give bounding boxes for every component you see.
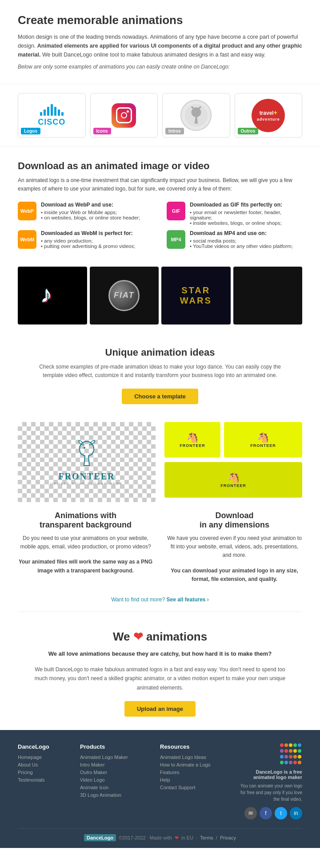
thumb-fiat[interactable]: FIAT: [90, 267, 159, 324]
love-section: We ❤ animations We all love animations b…: [0, 612, 320, 730]
footer-terms-link[interactable]: Terms: [200, 835, 213, 840]
cisco-logo-text: CISCO: [38, 118, 65, 127]
footer-col-dancelogo-title: DanceLogo: [18, 743, 71, 750]
fronteer-slogan: UPDATE YOUR SLOGAN HERE: [50, 482, 123, 486]
facebook-icon[interactable]: f: [260, 807, 272, 819]
footer-col-products-title: Products: [80, 743, 151, 750]
anim-small-right-top: 🐴 FRONTEER: [224, 422, 302, 458]
footer-link-animate-icon[interactable]: Animate Icon: [80, 785, 151, 790]
footer-link-aboutus[interactable]: About Us: [18, 762, 71, 767]
unique-section: Unique animation ideas Check some exampl…: [0, 333, 320, 409]
anim-right-top: 🐴 FRONTEER 🐴 FRONTEER: [164, 422, 302, 458]
footer-link-how-to[interactable]: How to Animate a Logo: [160, 762, 231, 767]
footer-link-video-logo[interactable]: Video Logo: [80, 777, 151, 783]
video-row: ♪ ♪ ♪ FIAT STARWARS: [0, 267, 320, 333]
webp-item-1: on websites, blogs, or online store head…: [41, 215, 140, 220]
webm-item-1: putting over advertising & promo videos;: [41, 243, 135, 249]
logo-label-icons: Icons: [93, 128, 111, 134]
footer-link-pricing[interactable]: Pricing: [18, 770, 71, 775]
thumb-starwars[interactable]: STARWARS: [161, 267, 231, 324]
anim-small-text-bottom: FRONTEER: [220, 483, 246, 488]
anim-small-text-left: FRONTEER: [180, 443, 205, 448]
footer-link-3d[interactable]: 3D Logo Animation: [80, 792, 151, 798]
footer-link-animated-logo[interactable]: Animated Logo Maker: [80, 754, 151, 760]
footer-col-products: Products Animated Logo Maker Intro Maker…: [80, 743, 151, 819]
mp4-title: Download as MP4 and use on:: [190, 230, 293, 236]
footer-heart: ❤: [175, 835, 179, 841]
footer-link-outro[interactable]: Outro Maker: [80, 770, 151, 775]
download-item-webp: WebP Download as WebP and use: inside yo…: [18, 202, 153, 226]
love-title: We ❤ animations: [18, 630, 302, 644]
logo-examples-row: CISCO Logos Icons Intros travel+: [0, 84, 320, 147]
dimensions-title: Downloadin any dimensions: [167, 511, 302, 530]
footer-region: in EU: [181, 835, 193, 840]
footer-link-testimonials[interactable]: Testimonials: [18, 777, 71, 783]
thumb-black[interactable]: [233, 267, 303, 324]
insta-icon: [112, 103, 136, 128]
download-title: Download as an animated image or video: [18, 160, 302, 172]
footer-link-features[interactable]: Features: [160, 770, 231, 775]
download-item-mp4: MP4 Download as MP4 and use on: social m…: [167, 230, 302, 249]
transparent-title: Animations withtransparent background: [18, 511, 153, 530]
feature-col-transparent: Animations withtransparent background Do…: [18, 511, 153, 584]
mp4-item-1: YouTube videos or any other video platfo…: [190, 243, 293, 249]
travel-logo: travel+ adventure: [252, 99, 285, 132]
footer-bottom-logo: DanceLogo: [84, 834, 116, 841]
webp-text: Download as WebP and use: inside your We…: [41, 202, 140, 220]
transparent-para: Do you need to use your animations on yo…: [18, 534, 153, 551]
footer-col-dancelogo: DanceLogo Homepage About Us Pricing Test…: [18, 743, 71, 819]
see-all-anchor[interactable]: Want to find out more? See all features …: [111, 596, 209, 603]
fronteer-title: FRONTEER: [58, 471, 115, 482]
love-para: We built DanceLogo to make fabulous anim…: [31, 665, 289, 692]
download-item-webm: WebM Downloaded as WebM is perfect for: …: [18, 230, 153, 249]
linkedin-icon[interactable]: in: [290, 807, 302, 819]
mp4-text: Download as MP4 and use on: social media…: [190, 230, 293, 249]
footer-col-right: DanceLogo is a free animated logo maker …: [240, 743, 302, 819]
footer-tagline: DanceLogo is a free animated logo maker: [240, 769, 302, 780]
twitter-icon[interactable]: t: [275, 807, 287, 819]
footer: DanceLogo Homepage About Us Pricing Test…: [0, 730, 320, 848]
logo-label-intros: Intros: [165, 128, 184, 134]
dimensions-bold: You can download your animated logo in a…: [167, 567, 302, 584]
dimensions-para: We have you covered even if you need you…: [167, 534, 302, 560]
logo-item-outros[interactable]: travel+ adventure Outros: [235, 93, 303, 138]
footer-link-help[interactable]: Help: [160, 777, 231, 783]
mp4-badge: MP4: [167, 230, 185, 249]
footer-link-ideas[interactable]: Animated Logo Ideas: [160, 754, 231, 760]
anim-right-bottom: 🐴 FRONTEER: [164, 462, 302, 498]
see-all-link[interactable]: Want to find out more? See all features …: [0, 592, 320, 612]
mp4-item-0: social media posts;: [190, 238, 293, 243]
hero-section: Create memorable animations Motion desig…: [0, 0, 320, 84]
unique-title: Unique animation ideas: [18, 347, 302, 358]
upload-image-button[interactable]: Upload an image: [124, 701, 196, 717]
footer-copyright: ©2017-2022 · Made with: [119, 835, 172, 840]
logo-item-icons[interactable]: Icons: [90, 93, 158, 138]
footer-logo-dots: [280, 743, 302, 766]
horse-logo: [180, 100, 212, 131]
anim-small-bottom: 🐴 FRONTEER: [164, 462, 302, 498]
horse-svg: [69, 438, 104, 469]
heart-icon: ❤: [133, 630, 143, 643]
feature-col-dimensions: Downloadin any dimensions We have you co…: [167, 511, 302, 584]
footer-privacy-link[interactable]: Privacy: [220, 835, 236, 840]
email-icon[interactable]: ✉: [244, 807, 257, 819]
hero-title: Create memorable animations: [18, 13, 302, 27]
unique-para: Check some examples of pre-made animatio…: [36, 363, 284, 380]
thumb-tiktok[interactable]: ♪ ♪ ♪: [18, 267, 87, 324]
footer-link-intro[interactable]: Intro Maker: [80, 762, 151, 767]
transparent-bold: Your animated files will work the same w…: [18, 558, 153, 575]
gif-item-0: your email or newsletter footer, header,…: [190, 210, 302, 220]
social-icons: ✉ f t in: [244, 807, 302, 819]
gif-text: Downloaded as GIF fits perfectly on: you…: [190, 202, 302, 226]
anim-right: 🐴 FRONTEER 🐴 FRONTEER 🐴 FRONTEER: [164, 422, 302, 502]
logo-item-intros[interactable]: Intros: [162, 93, 230, 138]
footer-link-contact[interactable]: Contact Support: [160, 785, 231, 790]
logo-item-cisco[interactable]: CISCO Logos: [18, 93, 86, 138]
gif-title: Downloaded as GIF fits perfectly on:: [190, 202, 302, 208]
footer-col-resources: Resources Animated Logo Ideas How to Ani…: [160, 743, 231, 819]
footer-desc: You can animate your own logo for free a…: [240, 783, 302, 803]
webm-item-0: any video production;: [41, 238, 135, 243]
footer-link-homepage[interactable]: Homepage: [18, 754, 71, 760]
choose-template-button[interactable]: Choose a template: [122, 389, 198, 404]
anim-left: FRONTEER UPDATE YOUR SLOGAN HERE: [18, 422, 156, 502]
